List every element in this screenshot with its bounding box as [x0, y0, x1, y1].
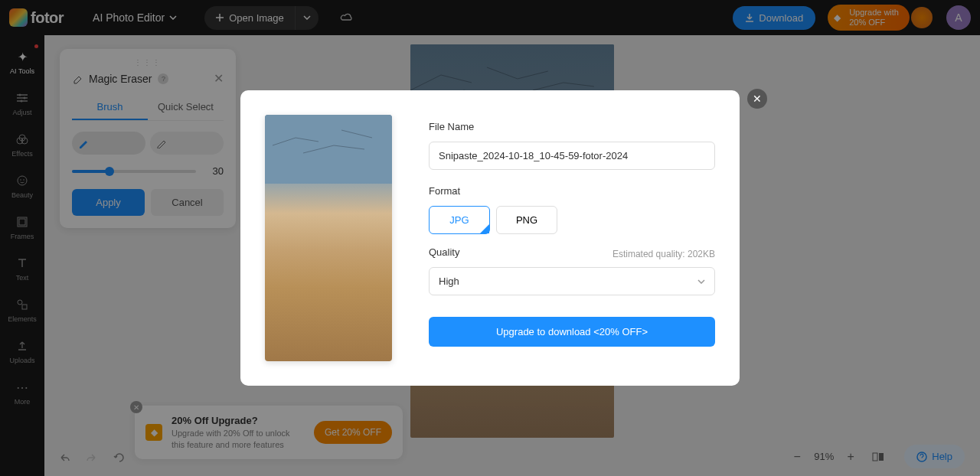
- filename-label: File Name: [429, 121, 715, 132]
- download-preview: [265, 115, 392, 361]
- quality-label: Quality: [429, 246, 459, 258]
- format-label: Format: [429, 185, 715, 197]
- download-modal-overlay[interactable]: ✕ File Name Format JPG PNG Quality Estim…: [0, 0, 980, 476]
- preview-image: [265, 115, 392, 361]
- download-modal: ✕ File Name Format JPG PNG Quality Estim…: [240, 90, 740, 386]
- chevron-down-icon: [697, 279, 705, 284]
- filename-input[interactable]: [429, 142, 715, 170]
- download-form: File Name Format JPG PNG Quality Estimat…: [429, 115, 715, 361]
- modal-close-button[interactable]: ✕: [747, 89, 767, 109]
- format-png-button[interactable]: PNG: [496, 206, 557, 234]
- quality-estimate: Estimated quality: 202KB: [612, 249, 715, 259]
- upgrade-download-button[interactable]: Upgrade to download <20% OFF>: [429, 317, 715, 347]
- format-jpg-button[interactable]: JPG: [429, 206, 490, 234]
- svg-rect-16: [265, 115, 392, 184]
- quality-select[interactable]: High: [429, 267, 715, 295]
- quality-value: High: [439, 275, 459, 287]
